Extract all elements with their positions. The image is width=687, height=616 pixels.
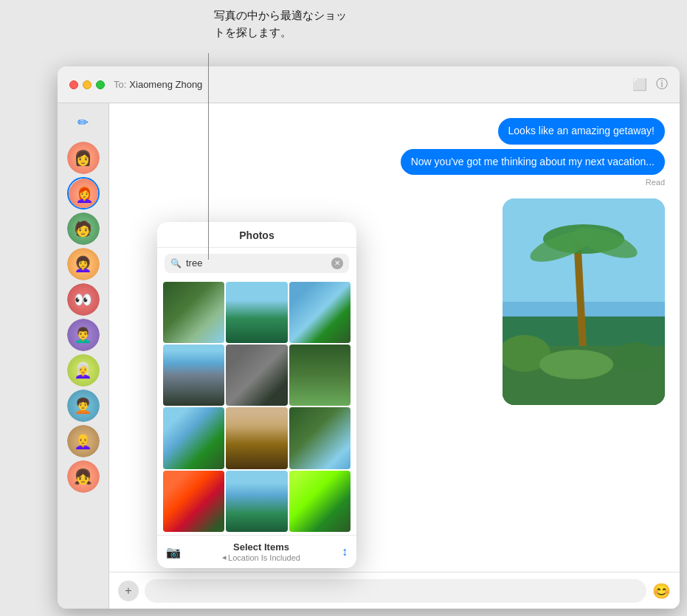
chat-photo — [503, 198, 665, 405]
fullscreen-button[interactable] — [96, 80, 105, 89]
svg-point-10 — [539, 350, 613, 379]
photo-thumb-5[interactable] — [226, 345, 287, 406]
compose-button[interactable]: ✏ — [70, 109, 97, 136]
photo-thumb-7[interactable] — [163, 407, 224, 468]
avatar: 👩‍🦳 — [67, 354, 100, 387]
svg-point-9 — [613, 342, 657, 372]
avatar: 👩‍🦰 — [69, 179, 100, 210]
location-icon: ◂ — [222, 553, 227, 562]
photos-panel-footer: 📷 Select Items ◂ Location Is Included ↕ — [157, 535, 356, 568]
sidebar: ✏ 👩 👩‍🦰 🧑 👩‍🦱 👀 👨 — [58, 103, 109, 609]
add-attachment-button[interactable]: + — [118, 581, 139, 601]
photo-thumb-8[interactable] — [226, 407, 287, 468]
sidebar-contact-7[interactable]: 👩‍🦳 — [67, 354, 100, 387]
recipient-name: Xiaomeng Zhong — [129, 79, 202, 90]
photo-thumb-9[interactable] — [289, 407, 351, 468]
info-icon[interactable]: ⓘ — [656, 77, 668, 92]
main-window: To: Xiaomeng Zhong ⬜ ⓘ ✏ 👩 👩‍🦰 🧑 — [58, 66, 680, 609]
photo-thumb-3[interactable] — [289, 282, 351, 343]
emoji-button[interactable]: 😊 — [652, 582, 671, 600]
location-included-label: ◂ Location Is Included — [222, 553, 300, 562]
photos-panel-title: Photos — [157, 222, 356, 248]
sidebar-contact-10[interactable]: 👧 — [67, 460, 100, 493]
avatar: 👀 — [67, 283, 100, 316]
to-label: To: — [114, 79, 126, 90]
photo-thumb-11[interactable] — [226, 471, 287, 532]
avatar: 👨‍🦱 — [67, 319, 100, 351]
avatar: 🧑 — [67, 212, 100, 245]
photo-thumb-12[interactable] — [289, 471, 351, 532]
photo-thumb-10[interactable] — [163, 471, 224, 532]
minimize-button[interactable] — [83, 80, 92, 89]
sidebar-contact-1[interactable]: 👩 — [67, 142, 100, 174]
search-icon: 🔍 — [170, 258, 182, 269]
message-input[interactable] — [145, 579, 646, 603]
search-clear-button[interactable]: ✕ — [331, 257, 343, 269]
avatar: 👩‍🦱 — [67, 248, 100, 280]
sidebar-contact-8[interactable]: 🧑‍🦱 — [67, 390, 100, 422]
chat-photo-image — [503, 198, 665, 405]
video-call-icon[interactable]: ⬜ — [632, 77, 647, 91]
message-bubble-1: Looks like an amazing getaway! — [498, 118, 665, 145]
title-bar-actions: ⬜ ⓘ — [632, 77, 668, 92]
close-button[interactable] — [69, 80, 78, 89]
avatar: 👩 — [67, 142, 100, 174]
sidebar-contact-5[interactable]: 👀 — [67, 283, 100, 316]
traffic-lights — [69, 80, 105, 89]
photos-search-bar: 🔍 ✕ — [165, 254, 349, 273]
input-bar: + 😊 — [109, 572, 680, 609]
compose-icon: ✏ — [77, 114, 89, 131]
photo-thumb-4[interactable] — [163, 345, 224, 406]
chat-area: Looks like an amazing getaway! Now you'v… — [109, 103, 680, 609]
message-bubble-2: Now you've got me thinking about my next… — [401, 149, 665, 176]
photo-thumb-6[interactable] — [289, 345, 351, 406]
avatar: 🧑‍🦱 — [67, 390, 100, 422]
photos-panel: Photos 🔍 ✕ — [157, 222, 356, 568]
select-items-label: Select Items — [222, 541, 300, 553]
tooltip-annotation: 写真の中から最適なショッ トを探します。 — [214, 7, 347, 41]
tooltip-line — [208, 53, 209, 260]
photos-grid — [157, 279, 356, 535]
title-bar: To: Xiaomeng Zhong ⬜ ⓘ — [58, 66, 680, 103]
sidebar-contact-6[interactable]: 👨‍🦱 — [67, 319, 100, 351]
content-area: ✏ 👩 👩‍🦰 🧑 👩‍🦱 👀 👨 — [58, 103, 680, 609]
sidebar-contact-3[interactable]: 🧑 — [67, 212, 100, 245]
avatar: 👩‍🦲 — [67, 425, 100, 457]
photos-search-input[interactable] — [186, 257, 327, 269]
sort-icon[interactable]: ↕ — [342, 545, 348, 558]
sidebar-contact-2-active[interactable]: 👩‍🦰 — [67, 177, 100, 210]
sidebar-contact-9[interactable]: 👩‍🦲 — [67, 425, 100, 457]
photo-thumb-1[interactable] — [163, 282, 224, 343]
photo-thumb-2[interactable] — [226, 282, 287, 343]
avatar: 👧 — [67, 460, 100, 493]
footer-center: Select Items ◂ Location Is Included — [222, 541, 300, 562]
read-receipt: Read — [646, 178, 665, 187]
camera-icon[interactable]: 📷 — [166, 545, 181, 559]
sidebar-contact-4[interactable]: 👩‍🦱 — [67, 248, 100, 280]
